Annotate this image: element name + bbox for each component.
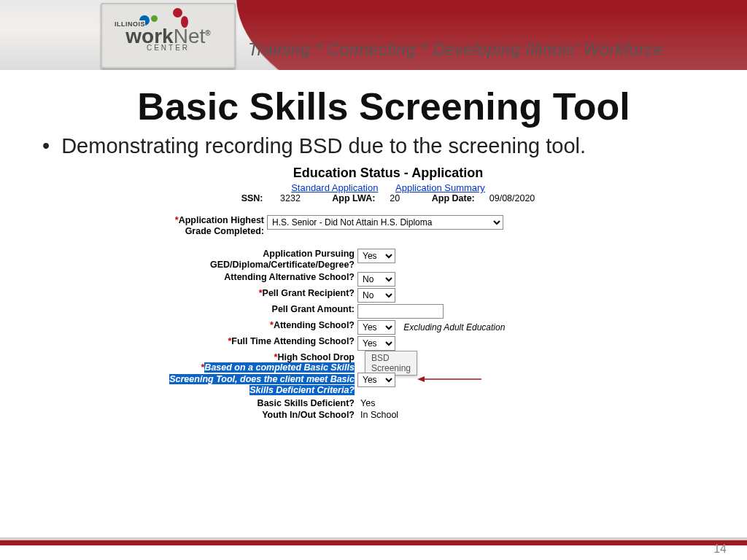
input-pell-amount[interactable]: [357, 304, 444, 319]
value-bsd: Yes: [357, 398, 375, 408]
page-number: 14: [713, 542, 727, 556]
link-application-summary[interactable]: Application Summary: [395, 182, 485, 193]
link-standard-application[interactable]: Standard Application: [291, 182, 378, 193]
red-arrow-icon: [414, 374, 487, 384]
select-pell-recipient[interactable]: No: [357, 288, 395, 303]
banner-tagline: Training * Connecting * Developing Illin…: [248, 40, 663, 60]
select-attending-school[interactable]: Yes: [357, 320, 395, 335]
row-bsd-screening-tool: *Based on a completed Basic Skills Scree…: [155, 362, 622, 397]
note-excluding-adult-ed: Excluding Adult Education: [403, 322, 505, 332]
svg-marker-1: [417, 376, 425, 382]
row-hs-drop: *High School Drop BSD Screening: [155, 352, 622, 362]
logo-state: ILLINOIS: [115, 20, 145, 28]
logo-brand: workNet®: [101, 27, 235, 45]
row-highest-grade: *Application Highest Grade Completed: H.…: [155, 215, 622, 237]
slide-body: Basic Skills Screening Tool •Demonstrati…: [0, 70, 747, 544]
form-meta: SSN: 3232 App LWA:20 App Date:09/08/2020: [155, 193, 622, 203]
worknet-logo: ILLINOIS workNet® CENTER: [101, 3, 236, 69]
logo-dots-icon: ILLINOIS: [101, 8, 235, 28]
row-pursuing: Application Pursuing GED/Diploma/Certifi…: [155, 249, 622, 271]
select-alt-school[interactable]: No: [357, 272, 395, 287]
row-fulltime: *Full Time Attending School? Yes: [155, 336, 622, 351]
page-title: Basic Skills Screening Tool: [55, 85, 712, 128]
row-attending-school: *Attending School? Yes Excluding Adult E…: [155, 320, 622, 335]
header-banner: ILLINOIS workNet® CENTER Training * Conn…: [0, 0, 747, 70]
footer-divider: [0, 537, 747, 545]
row-alt-school: Attending Alternative School? No: [155, 272, 622, 287]
logo-center: CENTER: [101, 44, 235, 52]
row-pell-recipient: *Pell Grant Recipient? No: [155, 288, 622, 303]
education-status-form: Education Status - Application Standard …: [155, 166, 622, 420]
select-bsd-screening[interactable]: Yes: [357, 373, 395, 387]
value-youth: In School: [357, 410, 398, 420]
select-highest-grade[interactable]: H.S. Senior - Did Not Attain H.S. Diplom…: [267, 215, 503, 230]
select-pursuing[interactable]: Yes: [357, 249, 395, 263]
row-youth: Youth In/Out School? In School: [155, 410, 622, 420]
select-fulltime[interactable]: Yes: [357, 336, 395, 351]
form-heading: Education Status - Application: [155, 166, 622, 181]
row-bsd: Basic Skills Deficient? Yes: [155, 398, 622, 408]
row-pell-amount: Pell Grant Amount:: [155, 304, 622, 319]
bullet-1: •Demonstrating recording BSD due to the …: [42, 134, 712, 158]
form-link-row: Standard Application Application Summary: [155, 182, 622, 193]
